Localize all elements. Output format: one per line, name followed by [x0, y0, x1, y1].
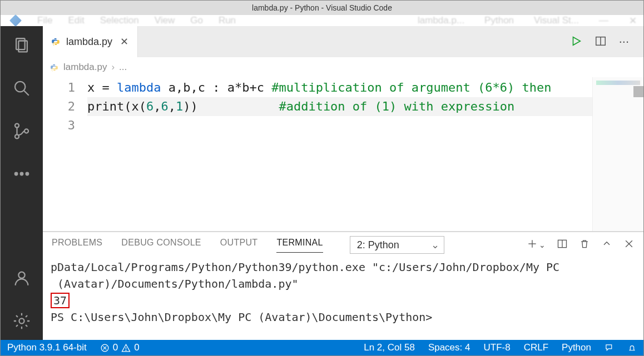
line-gutter: 1 2 3 — [43, 77, 87, 231]
terminal-select-value: 2: Python — [357, 239, 399, 251]
menu-run[interactable]: Run — [219, 15, 236, 26]
bottom-panel: PROBLEMS DEBUG CONSOLE OUTPUT TERMINAL 2… — [43, 231, 643, 340]
terminal-output[interactable]: pData/Local/Programs/Python/Python39/pyt… — [43, 258, 643, 340]
warning-icon — [121, 343, 131, 353]
status-python-version[interactable]: Python 3.9.1 64-bit — [1, 342, 93, 353]
vscode-logo-icon — [9, 14, 22, 27]
accounts-icon[interactable] — [12, 269, 31, 289]
window-close-icon[interactable]: ✕ — [629, 15, 637, 27]
window-minimize-icon[interactable]: — — [599, 15, 609, 27]
svg-point-4 — [15, 124, 19, 128]
code-area[interactable]: x = lambda a,b,c : a*b+c #multiplication… — [87, 77, 592, 231]
status-bar: Python 3.9.1 64-bit 0 0 Ln 2, Col 58 Spa… — [1, 340, 643, 355]
terminal-result: 37 — [51, 293, 70, 308]
breadcrumb-file: lambda.py — [63, 62, 107, 73]
kill-terminal-icon[interactable] — [579, 238, 590, 252]
status-spaces[interactable]: Spaces: 4 — [422, 342, 477, 353]
menu-file[interactable]: File — [37, 15, 52, 26]
svg-line-3 — [24, 91, 29, 96]
explorer-icon[interactable] — [12, 36, 31, 57]
editor-tabs: lambda.py ✕ ··· — [43, 26, 643, 57]
status-language[interactable]: Python — [555, 342, 598, 353]
chevron-down-icon: ⌄ — [431, 239, 439, 251]
titlebar-hint-2: Python — [484, 15, 514, 27]
feedback-icon[interactable] — [598, 343, 621, 353]
menu-bar: File Edit Selection View Go Run lambda.p… — [1, 15, 643, 26]
breadcrumb[interactable]: lambda.py › ... — [43, 57, 643, 77]
chevron-down-icon[interactable]: ⌄ — [539, 240, 546, 249]
svg-point-24 — [126, 350, 126, 350]
new-terminal-icon[interactable] — [527, 238, 538, 252]
svg-point-7 — [15, 173, 18, 176]
window-title: lambda.py - Python - Visual Studio Code — [252, 3, 392, 12]
more-icon[interactable] — [12, 164, 31, 185]
svg-point-10 — [18, 272, 24, 278]
minimap[interactable] — [592, 77, 643, 231]
titlebar-hint-1: lambda.p... — [418, 15, 464, 27]
svg-point-6 — [24, 129, 28, 133]
chevron-right-icon: › — [111, 62, 115, 73]
status-encoding[interactable]: UTF-8 — [477, 342, 517, 353]
status-problems[interactable]: 0 0 — [93, 342, 146, 353]
python-file-icon — [49, 63, 59, 72]
status-eol[interactable]: CRLF — [517, 342, 555, 353]
line-number: 2 — [43, 97, 75, 116]
maximize-panel-icon[interactable] — [601, 238, 612, 252]
python-file-icon — [51, 37, 61, 47]
tab-close-icon[interactable]: ✕ — [120, 36, 128, 48]
svg-point-11 — [19, 318, 24, 323]
menu-selection[interactable]: Selection — [100, 15, 139, 26]
panel-tab-terminal[interactable]: TERMINAL — [276, 238, 323, 253]
notifications-icon[interactable] — [621, 343, 643, 353]
svg-point-9 — [26, 173, 29, 176]
menu-go[interactable]: Go — [190, 15, 203, 26]
settings-gear-icon[interactable] — [12, 312, 31, 332]
svg-rect-0 — [16, 38, 25, 49]
editor-more-icon[interactable]: ··· — [619, 34, 629, 49]
split-terminal-icon[interactable] — [557, 238, 568, 252]
window-titlebar: lambda.py - Python - Visual Studio Code — [1, 1, 643, 15]
menu-view[interactable]: View — [155, 15, 175, 26]
split-editor-icon[interactable] — [595, 35, 607, 49]
svg-point-8 — [21, 173, 23, 176]
panel-tab-problems[interactable]: PROBLEMS — [52, 238, 102, 252]
close-panel-icon[interactable] — [623, 238, 635, 252]
line-number: 3 — [43, 116, 75, 135]
svg-point-5 — [15, 134, 19, 138]
activity-bar — [1, 26, 43, 340]
source-control-icon[interactable] — [12, 122, 31, 142]
svg-point-2 — [15, 82, 25, 92]
svg-rect-1 — [18, 41, 27, 52]
panel-tab-output[interactable]: OUTPUT — [220, 238, 258, 252]
editor[interactable]: 1 2 3 x = lambda a,b,c : a*b+c #multipli… — [43, 77, 643, 231]
panel-tab-debug[interactable]: DEBUG CONSOLE — [121, 238, 201, 252]
status-cursor[interactable]: Ln 2, Col 58 — [357, 342, 422, 353]
menu-edit[interactable]: Edit — [68, 15, 84, 26]
line-number: 1 — [43, 78, 75, 97]
tab-label: lambda.py — [66, 36, 112, 48]
tab-lambda-py[interactable]: lambda.py ✕ — [43, 26, 138, 57]
terminal-select[interactable]: 2: Python ⌄ — [350, 236, 444, 254]
search-icon[interactable] — [12, 79, 31, 99]
run-button[interactable] — [570, 35, 582, 49]
error-icon — [100, 343, 110, 353]
titlebar-hint-3: Visual St... — [534, 15, 579, 27]
terminal-prompt: PS C:\Users\John\Dropbox\My PC (Avatar)\… — [51, 310, 432, 324]
breadcrumb-rest: ... — [119, 62, 127, 73]
